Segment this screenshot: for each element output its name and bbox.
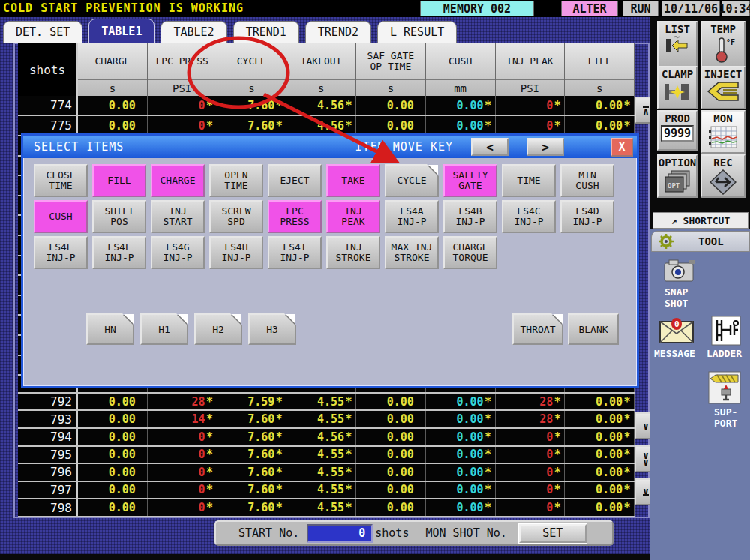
item-button-charge-torque[interactable]: CHARGE TORQUE bbox=[443, 236, 497, 269]
ladder-button[interactable] bbox=[711, 316, 741, 346]
nav-button-list[interactable]: LIST bbox=[657, 21, 698, 69]
item-button-inj-stroke[interactable]: INJ STROKE bbox=[326, 236, 380, 269]
item-button-cycle[interactable]: CYCLE bbox=[385, 164, 439, 197]
value-cell: 7.60* bbox=[218, 499, 287, 516]
item-button-ls4c-inj-p[interactable]: LS4C INJ-P bbox=[502, 200, 556, 233]
snapshot-button[interactable] bbox=[663, 257, 698, 284]
item-button-max-inj-stroke[interactable]: MAX INJ STROKE bbox=[385, 236, 439, 269]
value-cell: 7.60* bbox=[218, 429, 287, 445]
support-button[interactable] bbox=[708, 371, 741, 404]
column-label: CUSH bbox=[426, 43, 495, 79]
tab-trend1[interactable]: TREND1 bbox=[233, 21, 299, 43]
value-cell: 0.00 bbox=[356, 411, 426, 427]
item-button-ls4d-inj-p[interactable]: LS4D INJ-P bbox=[560, 200, 614, 233]
column-header-saf-gate-op-time[interactable]: SAF GATE OP TIMEs bbox=[356, 43, 426, 96]
value-cell: 0.00* bbox=[426, 499, 496, 516]
value-cell: 4.56* bbox=[286, 116, 356, 135]
item-button-inj-start[interactable]: INJ START bbox=[151, 200, 205, 233]
column-header-cush[interactable]: CUSHmm bbox=[426, 43, 496, 96]
tab-table1[interactable]: TABLE1 bbox=[88, 19, 154, 43]
run-indicator: RUN bbox=[622, 1, 658, 16]
item-button-close-time[interactable]: CLOSE TIME bbox=[34, 164, 88, 197]
tab-l-result[interactable]: L RESULT bbox=[377, 21, 457, 43]
nav-button-mon[interactable]: MON bbox=[700, 110, 746, 154]
close-icon[interactable]: X bbox=[610, 138, 633, 157]
item-button-cush[interactable]: CUSH bbox=[34, 200, 88, 233]
item-button-take[interactable]: TAKE bbox=[326, 164, 380, 197]
item-button-charge[interactable]: CHARGE bbox=[151, 164, 205, 197]
shot-number-bar: START No. 0 shots MON SHOT No. SET bbox=[214, 520, 614, 546]
clamp-icon bbox=[663, 81, 692, 103]
nav-button-clamp[interactable]: CLAMP bbox=[657, 66, 698, 109]
move-item-right-button[interactable]: > bbox=[526, 138, 564, 156]
column-header-fpc-press[interactable]: FPC PRESSPSI bbox=[148, 43, 218, 96]
item-button-shift-pos[interactable]: SHIFT POS bbox=[92, 200, 146, 233]
tab-det-set[interactable]: DET. SET bbox=[3, 21, 82, 43]
column-label: CHARGE bbox=[78, 43, 147, 79]
item-button-safety-gate[interactable]: SAFETY GATE bbox=[443, 164, 497, 197]
page-button-h2[interactable]: H2 bbox=[194, 313, 242, 345]
item-button-min-cush[interactable]: MIN CUSH bbox=[560, 164, 614, 197]
nav-button-option[interactable]: OPTION OPT bbox=[657, 154, 698, 198]
value-cell: 0* bbox=[496, 429, 566, 445]
shot-number: 774 bbox=[18, 96, 78, 115]
page-button-throat[interactable]: THROAT bbox=[512, 313, 563, 345]
value-cell: 0.00 bbox=[78, 482, 148, 499]
item-move-key-label: ITEM MOVE KEY bbox=[356, 140, 453, 154]
item-row-2: CUSHSHIFT POSINJ STARTSCREW SPDFPC PRESS… bbox=[34, 200, 614, 233]
item-button-ls4i-inj-p[interactable]: LS4I INJ-P bbox=[268, 236, 322, 269]
tab-table2[interactable]: TABLE2 bbox=[160, 21, 226, 43]
value-cell: 4.56* bbox=[286, 96, 356, 115]
item-button-ls4f-inj-p[interactable]: LS4F INJ-P bbox=[92, 236, 146, 269]
item-button-ls4h-inj-p[interactable]: LS4H INJ-P bbox=[209, 236, 263, 269]
tab-trend2[interactable]: TREND2 bbox=[305, 21, 371, 43]
column-header-shots: shots bbox=[18, 43, 78, 96]
item-row-3: LS4E INJ-PLS4F INJ-PLS4G INJ-PLS4H INJ-P… bbox=[34, 236, 497, 269]
item-button-screw-spd[interactable]: SCREW SPD bbox=[209, 200, 263, 233]
value-cell: 0.00 bbox=[78, 411, 148, 427]
dialog-title-bar[interactable]: SELECT ITEMS ITEM MOVE KEY < > X bbox=[23, 136, 637, 158]
item-button-ls4e-inj-p[interactable]: LS4E INJ-P bbox=[34, 236, 88, 269]
tool-bar[interactable]: TOOL bbox=[651, 231, 750, 252]
item-button-ls4a-inj-p[interactable]: LS4A INJ-P bbox=[385, 200, 439, 233]
scroll-down-icon: ∨ bbox=[643, 423, 649, 430]
snapshot-label: SNAP SHOT bbox=[664, 287, 688, 310]
sidebar: LIST TEMP °F CLAMP bbox=[650, 17, 750, 560]
column-label: SAF GATE OP TIME bbox=[356, 43, 425, 79]
start-no-input[interactable]: 0 bbox=[307, 524, 373, 543]
page-button-blank[interactable]: BLANK bbox=[568, 313, 619, 345]
column-header-charge[interactable]: CHARGEs bbox=[78, 43, 148, 96]
nav-label-clamp: CLAMP bbox=[662, 69, 693, 80]
start-no-label: START No. bbox=[238, 526, 299, 540]
value-cell: 4.55* bbox=[286, 447, 356, 463]
message-button[interactable]: 0 bbox=[658, 317, 694, 344]
page-button-h1[interactable]: H1 bbox=[140, 313, 188, 345]
column-unit: PSI bbox=[148, 79, 217, 96]
item-button-eject[interactable]: EJECT bbox=[268, 164, 322, 197]
page-button-h3[interactable]: H3 bbox=[248, 313, 296, 345]
column-label: INJ PEAK bbox=[496, 43, 565, 79]
value-cell: 4.56* bbox=[286, 429, 356, 445]
item-button-fpc-press[interactable]: FPC PRESS bbox=[268, 200, 322, 233]
column-header-takeout[interactable]: TAKEOUTs bbox=[286, 43, 356, 96]
shortcut-bar[interactable]: ↗ SHORTCUT bbox=[652, 212, 748, 229]
column-header-inj-peak[interactable]: INJ PEAKPSI bbox=[496, 43, 566, 96]
item-button-ls4g-inj-p[interactable]: LS4G INJ-P bbox=[151, 236, 205, 269]
item-button-open-time[interactable]: OPEN TIME bbox=[209, 164, 263, 197]
item-button-ls4b-inj-p[interactable]: LS4B INJ-P bbox=[443, 200, 497, 233]
column-header-cycle[interactable]: CYCLEs bbox=[218, 43, 287, 96]
set-button[interactable]: SET bbox=[519, 524, 586, 543]
nav-button-prod[interactable]: PROD 9999 bbox=[657, 110, 698, 151]
item-button-fill[interactable]: FILL bbox=[92, 164, 146, 197]
item-button-inj-peak[interactable]: INJ PEAK bbox=[326, 200, 380, 233]
page-button-hn[interactable]: HN bbox=[86, 313, 134, 345]
nav-button-temp[interactable]: TEMP °F bbox=[700, 21, 746, 69]
svg-text:°F: °F bbox=[726, 38, 735, 46]
column-header-fill[interactable]: FILLs bbox=[565, 43, 634, 96]
item-button-time[interactable]: TIME bbox=[502, 164, 556, 197]
nav-button-rec[interactable]: REC bbox=[700, 154, 746, 198]
gear-icon bbox=[658, 233, 674, 250]
nav-button-inject[interactable]: INJECT bbox=[700, 66, 746, 109]
envelope-icon: 0 bbox=[658, 317, 694, 344]
move-item-left-button[interactable]: < bbox=[471, 138, 508, 156]
